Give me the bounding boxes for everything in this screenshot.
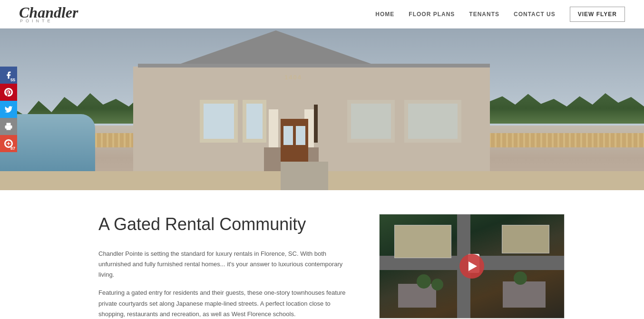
- social-sidebar: 55 87: [0, 67, 17, 152]
- play-button[interactable]: [459, 254, 484, 279]
- paragraph-1: Chandler Pointe is setting the standard …: [98, 249, 351, 280]
- logo[interactable]: Chandler POINTE: [19, 5, 78, 23]
- facebook-button[interactable]: 55: [0, 67, 17, 84]
- play-triangle-icon: [468, 261, 477, 271]
- google-plus-button[interactable]: 87: [0, 135, 17, 152]
- video-section: Chandler Pointe - Florence , S.C. - Chan…: [379, 214, 565, 319]
- hero-image: 1404: [0, 29, 644, 190]
- site-header: Chandler POINTE HOME FLOOR PLANS TENANTS…: [0, 0, 644, 29]
- google-plus-count: 87: [10, 146, 15, 151]
- svg-rect-0: [7, 127, 11, 130]
- nav-home[interactable]: HOME: [375, 11, 394, 18]
- logo-pointe-text: POINTE: [20, 19, 53, 23]
- main-nav: HOME FLOOR PLANS TENANTS CONTACT US VIEW…: [375, 7, 625, 22]
- text-section: A Gated Rental Community Chandler Pointe…: [98, 214, 351, 319]
- pinterest-icon: [4, 88, 13, 97]
- facebook-count: 55: [10, 77, 15, 82]
- nav-tenants[interactable]: TENANTS: [469, 11, 499, 18]
- nav-contact-us[interactable]: CONTACT US: [514, 11, 556, 18]
- main-content: A Gated Rental Community Chandler Pointe…: [60, 190, 584, 319]
- video-thumbnail[interactable]: Chandler Pointe - Florence , S.C. - Chan…: [379, 214, 565, 319]
- pinterest-button[interactable]: [0, 84, 17, 101]
- print-icon: [4, 122, 13, 131]
- twitter-button[interactable]: [0, 101, 17, 118]
- main-title: A Gated Rental Community: [98, 214, 351, 234]
- view-flyer-button[interactable]: VIEW FLYER: [570, 7, 625, 22]
- twitter-icon: [4, 105, 13, 114]
- logo-chandler-text: Chandler: [19, 5, 78, 20]
- paragraph-2: Featuring a gated entry for residents an…: [98, 288, 351, 319]
- nav-floor-plans[interactable]: FLOOR PLANS: [409, 11, 455, 18]
- print-button[interactable]: [0, 118, 17, 135]
